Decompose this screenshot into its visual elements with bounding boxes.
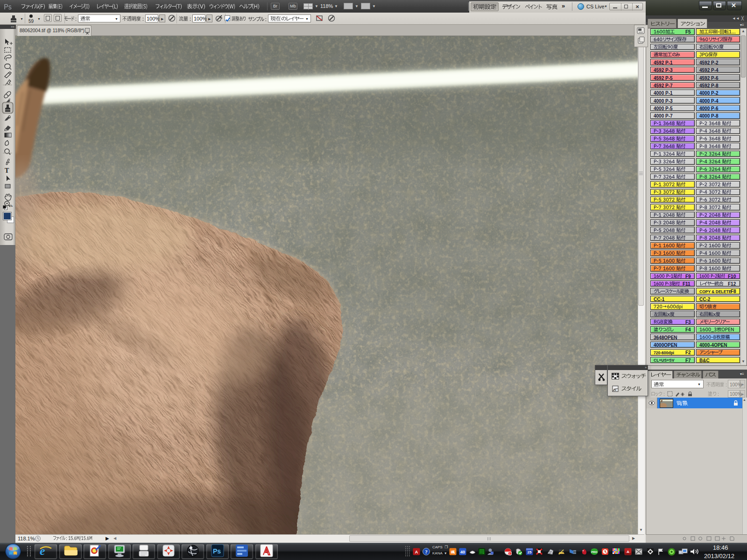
svg-text:?: ? [425, 549, 428, 554]
svg-text:!: ! [509, 552, 510, 555]
svg-text:25: 25 [528, 550, 532, 554]
svg-text:PRO: PRO [591, 551, 597, 553]
svg-text:嗎: 嗎 [451, 550, 455, 554]
svg-text:fx: fx [613, 388, 617, 392]
svg-text:Ps: Ps [213, 547, 221, 555]
svg-text:e: e [40, 544, 45, 557]
svg-text:T: T [5, 167, 9, 174]
svg-text:40: 40 [460, 550, 465, 554]
svg-text:A: A [415, 550, 418, 554]
